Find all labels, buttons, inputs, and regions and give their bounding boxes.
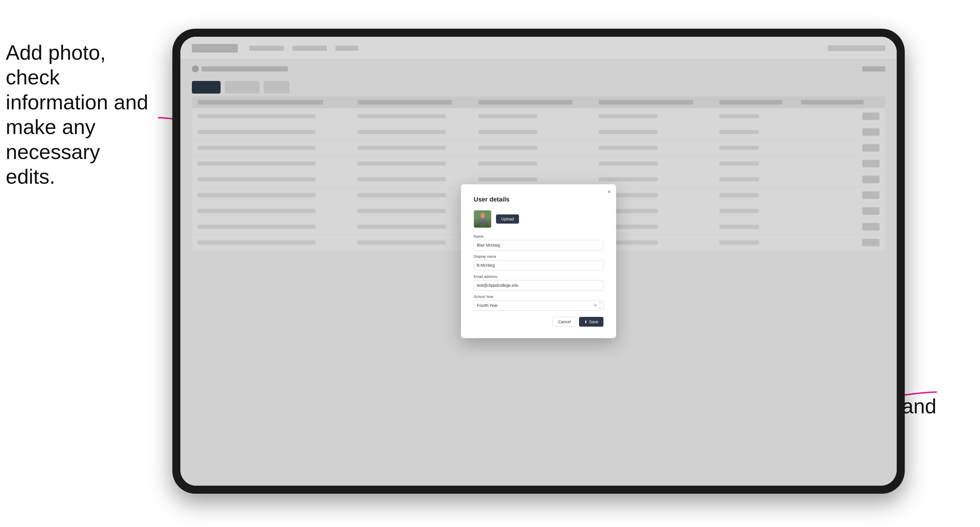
display-name-label: Display name: [474, 254, 603, 259]
email-input[interactable]: [474, 280, 603, 290]
school-year-wrapper: ✕ ⌃⌄: [474, 300, 603, 311]
school-year-input[interactable]: [474, 300, 603, 311]
modal-close-button[interactable]: ×: [608, 189, 611, 195]
svg-rect-6: [485, 222, 489, 228]
user-photo-thumbnail: [474, 210, 492, 228]
upload-photo-button[interactable]: Upload: [496, 214, 519, 224]
save-label: Save: [589, 319, 598, 324]
svg-rect-5: [477, 222, 480, 228]
photo-section: Upload: [474, 210, 603, 228]
save-button[interactable]: ⬆ Save: [579, 317, 603, 327]
annotation-left: Add photo, check information and make an…: [6, 40, 155, 189]
tablet-screen: User details ×: [180, 37, 897, 486]
user-details-modal: User details ×: [461, 184, 616, 338]
svg-point-3: [480, 213, 485, 218]
school-year-clear-button[interactable]: ✕: [594, 303, 597, 307]
email-label: Email address: [474, 275, 603, 279]
name-input[interactable]: [474, 240, 603, 250]
app-content: User details ×: [180, 37, 897, 486]
svg-rect-4: [479, 218, 487, 224]
cancel-button[interactable]: Cancel: [553, 317, 576, 327]
school-year-label: School Year: [474, 295, 603, 299]
modal-title: User details: [474, 196, 603, 203]
school-year-controls: ✕ ⌃⌄: [594, 302, 602, 310]
save-icon: ⬆: [584, 320, 587, 324]
name-field-group: Name: [474, 234, 603, 250]
school-year-field-group: School Year ✕ ⌃⌄: [474, 295, 603, 311]
tablet-frame: User details ×: [172, 29, 905, 494]
modal-footer: Cancel ⬆ Save: [474, 317, 603, 327]
display-name-field-group: Display name: [474, 254, 603, 270]
email-field-group: Email address: [474, 275, 603, 290]
modal-backdrop: User details ×: [180, 37, 897, 486]
school-year-spinner-button[interactable]: ⌃⌄: [598, 302, 602, 310]
display-name-input[interactable]: [474, 260, 603, 270]
name-label: Name: [474, 234, 603, 238]
